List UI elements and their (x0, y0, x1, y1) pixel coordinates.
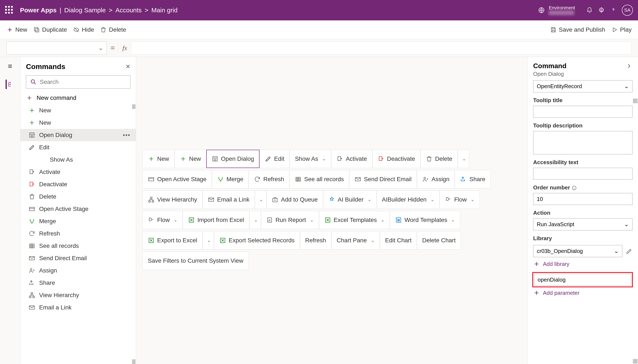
sidebar-item-email-a-link[interactable]: Email a Link (21, 301, 136, 314)
cmd-delete-chart[interactable]: Delete Chart (417, 231, 461, 250)
overflow-chevron[interactable]: ⌄ (202, 231, 214, 250)
more-icon[interactable]: ••• (123, 132, 130, 138)
close-icon[interactable]: ✕ (125, 63, 130, 70)
cmd-new[interactable]: New (174, 150, 206, 168)
sidebar-item-delete[interactable]: Delete (21, 190, 136, 203)
duplicate-button[interactable]: Duplicate (33, 26, 67, 33)
overflow-chevron[interactable]: ⌄ (250, 211, 261, 229)
cmd-run-report[interactable]: Run Report⌄ (261, 211, 319, 229)
avatar[interactable]: SA (622, 5, 633, 16)
cmd-word-templates[interactable]: Word Templates⌄ (390, 211, 460, 229)
play-button[interactable]: Play (611, 26, 632, 33)
tooltip-desc-input[interactable] (533, 131, 632, 154)
cmd-save-filters-to-current-system-view[interactable]: Save Filters to Current System View (142, 252, 249, 270)
cmd-deactivate[interactable]: Deactivate (372, 150, 420, 168)
overflow-chevron[interactable]: ⌄ (458, 150, 469, 168)
property-dropdown[interactable]: ⌄ (6, 42, 107, 54)
sidebar-item-merge[interactable]: Merge (21, 215, 136, 228)
cmd-flow[interactable]: Flow⌄ (440, 190, 480, 209)
hide-button[interactable]: Hide (73, 26, 94, 33)
cmd-see-all-records[interactable]: See all records (289, 170, 349, 188)
new-command-button[interactable]: New command (21, 92, 136, 104)
environment-picker[interactable]: Environment (538, 5, 575, 15)
sidebar-item-send-direct-email[interactable]: Send Direct Email (21, 252, 136, 264)
sidebar-item-see-all-records[interactable]: See all records (21, 240, 136, 252)
cmd-new[interactable]: New (142, 150, 174, 168)
cmd-send-direct-email[interactable]: Send Direct Email (349, 170, 417, 188)
hamburger-icon[interactable]: ≡ (8, 62, 12, 70)
order-input[interactable]: 10 (533, 193, 632, 205)
cmd-open-active-stage[interactable]: Open Active Stage (142, 170, 212, 188)
function-name-input[interactable]: openDialog (534, 274, 631, 286)
sidebar-item-assign[interactable]: Assign (21, 264, 136, 277)
sidebar-item-share[interactable]: Share (21, 277, 136, 289)
new-button[interactable]: New (6, 26, 27, 33)
tree-view-icon[interactable] (6, 80, 15, 89)
cmd-refresh[interactable]: Refresh (300, 231, 331, 250)
cmd-export-selected-records[interactable]: Export Selected Records (214, 231, 300, 250)
edit-library-icon[interactable] (626, 248, 632, 255)
tooltip-title-input[interactable] (533, 106, 632, 118)
sidebar-item-new[interactable]: New (21, 104, 136, 116)
sidebar-item-label: Open Dialog (39, 132, 72, 138)
cmd-label: View Hierarchy (157, 196, 197, 203)
cmd-flow[interactable]: Flow⌄ (142, 211, 183, 229)
sidebar-item-open-active-stage[interactable]: Open Active Stage (21, 203, 136, 215)
sidebar-item-edit[interactable]: Edit (21, 141, 136, 154)
crumb-view[interactable]: Main grid (151, 6, 177, 14)
cmd-email-a-link[interactable]: Email a Link (202, 190, 255, 209)
cmd-export-to-excel[interactable]: Export to Excel (142, 231, 202, 250)
play-icon (611, 26, 618, 33)
cmd-aibuilder-hidden[interactable]: AIBuilder Hidden⌄ (377, 190, 440, 209)
search-input[interactable] (26, 76, 130, 88)
notifications-icon[interactable] (583, 4, 595, 16)
sidebar-item-activate[interactable]: Activate (21, 166, 136, 178)
add-library-button[interactable]: Add library (528, 259, 638, 272)
sidebar-item-open-dialog[interactable]: Open Dialog••• (21, 129, 136, 141)
cmd-label: Refresh (305, 237, 326, 244)
overflow-chevron[interactable]: ⌄ (255, 190, 266, 209)
cmd-import-from-excel[interactable]: Import from Excel (183, 211, 249, 229)
cmd-share[interactable]: Share (455, 170, 491, 188)
crumb-app[interactable]: Dialog Sample (64, 6, 106, 14)
hierarchy-icon (29, 292, 35, 298)
scroll-up-icon[interactable] (633, 98, 637, 103)
cmd-refresh[interactable]: Refresh (249, 170, 289, 188)
save-publish-button[interactable]: Save and Publish (550, 26, 605, 33)
scroll-down-icon[interactable] (633, 359, 637, 364)
cmd-delete[interactable]: Delete (420, 150, 458, 168)
add-parameter-button[interactable]: Add parameter (528, 288, 638, 301)
cmd-chart-pane[interactable]: Chart Pane⌄ (331, 231, 380, 250)
cmd-merge[interactable]: Merge (212, 170, 249, 188)
cmd-open-dialog[interactable]: Open Dialog (206, 150, 260, 168)
crumb-entity[interactable]: Accounts (115, 6, 142, 14)
cmd-view-hierarchy[interactable]: View Hierarchy (142, 190, 202, 209)
cmd-ai-builder[interactable]: AI Builder⌄ (323, 190, 376, 209)
help-icon[interactable] (607, 4, 619, 16)
sidebar-item-view-hierarchy[interactable]: View Hierarchy (21, 289, 136, 301)
cmd-activate[interactable]: Activate (331, 150, 372, 168)
sidebar-item-label: Merge (39, 218, 56, 225)
action-select[interactable]: Run JavaScript⌄ (533, 218, 632, 230)
accessibility-input[interactable] (533, 168, 632, 180)
sidebar-item-refresh[interactable]: Refresh (21, 228, 136, 240)
chevron-right-icon[interactable] (626, 63, 632, 70)
sidebar-item-show-as[interactable]: Show As (21, 154, 136, 166)
sidebar-item-new[interactable]: New (21, 116, 136, 129)
cmd-show-as[interactable]: Show As⌄ (290, 150, 331, 168)
scroll-up-icon[interactable] (132, 104, 135, 109)
icon-select[interactable]: OpenEntityRecord⌄ (533, 80, 632, 92)
cmd-add-to-queue[interactable]: Add to Queue (266, 190, 323, 209)
library-select[interactable]: cr03b_OpenDialog⌄ (533, 245, 622, 257)
scroll-down-icon[interactable] (132, 359, 135, 364)
delete-button[interactable]: Delete (100, 26, 126, 33)
app-launcher-icon[interactable] (5, 6, 14, 14)
cmd-edit[interactable]: Edit (260, 150, 290, 168)
formula-input[interactable] (131, 42, 632, 54)
sidebar-item-deactivate[interactable]: Deactivate (21, 178, 136, 190)
cmd-excel-templates[interactable]: Excel Templates⌄ (319, 211, 390, 229)
settings-icon[interactable] (595, 4, 607, 16)
cmd-assign[interactable]: Assign (417, 170, 455, 188)
cmd-edit-chart[interactable]: Edit Chart (380, 231, 417, 250)
sidebar-item-label: Activate (39, 168, 60, 176)
